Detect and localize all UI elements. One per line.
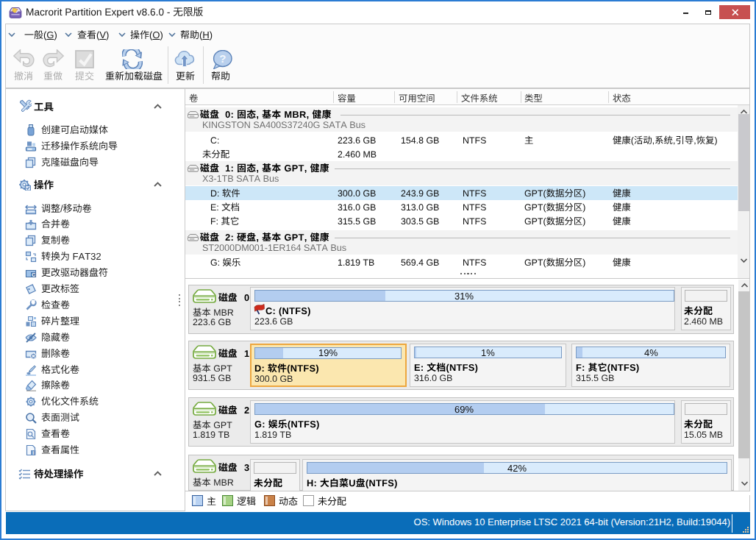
svg-text:i: i — [32, 450, 34, 455]
svg-text:C: C — [32, 272, 35, 277]
svg-text:?: ? — [219, 52, 226, 65]
